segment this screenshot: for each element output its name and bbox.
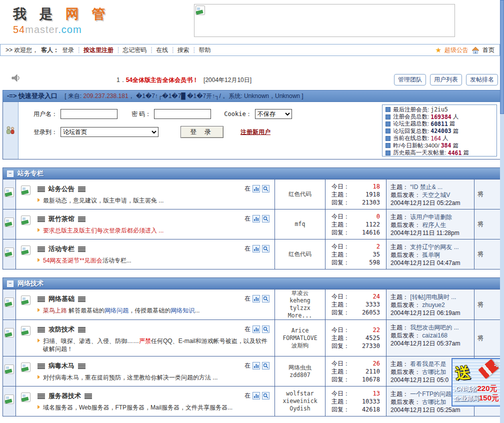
search-icon[interactable] [262,392,270,400]
nav-help-link[interactable]: 帮助 [198,46,210,54]
board-online-link[interactable]: 在 [244,294,250,303]
gift-ribbon-icon: ✻ [494,360,500,369]
moderator-link[interactable]: mfq [295,220,306,228]
nav-search-link[interactable]: 搜索 [178,46,190,54]
lastpost-topic-link[interactable]: [转帖]用电脑时 ... [410,294,456,300]
board-name[interactable]: 斑竹茶馆 [48,214,74,224]
moderator-link[interactable]: 波斯狗 [292,342,309,350]
speaker-icon [11,74,21,84]
chart-icon[interactable] [252,215,260,222]
chart-icon[interactable] [252,185,260,192]
board-online-link[interactable]: 在 [244,392,250,400]
login-button[interactable]: 登 录 [180,126,224,138]
section-header: − 网络技术 [3,278,501,290]
replies-value: 21303 [362,198,380,206]
moderator-link[interactable]: More... [288,312,312,320]
search-icon[interactable] [262,245,270,252]
chart-icon[interactable] [252,392,260,400]
lastpost-topic-link[interactable]: 我想攻击网吧的 ... [410,324,458,331]
moderator-link[interactable]: keheng [290,297,310,304]
floating-ad[interactable]: 送 ✻ .CN域名220元 企业邮局150元 [452,358,504,406]
board-name[interactable]: 网络基础 [48,294,74,304]
admin-team-button[interactable]: 管理团队 [394,74,426,86]
lastpost-author-link[interactable]: 程序人生 [422,222,446,228]
board-online-link[interactable]: 在 [244,325,250,334]
board-online-link[interactable]: 在 [244,362,250,370]
lastpost-author-link[interactable]: zhuyue2 [422,302,444,308]
lastpost-date: 2004年12月12日 04:47am [390,259,471,267]
lastpost-author-link[interactable]: 古哪比加 [422,368,446,376]
moderator-link[interactable]: Arice [292,327,309,334]
nav-forgot-password-link[interactable]: 忘记密码 [123,46,147,54]
chart-icon[interactable] [252,245,260,252]
scrollbar-thumb[interactable] [500,0,504,114]
super-notice-link[interactable]: 超级公告 [444,46,468,54]
moderator-link[interactable]: FORMATLOVE [282,334,317,342]
lastpost-by-label: 最后发表： [390,368,420,376]
board-name[interactable]: 服务器技术 [48,392,81,400]
board-online-link[interactable]: 在 [244,244,250,253]
arrow-right-icon [38,338,40,342]
lastpost-author-link[interactable]: 古哪比加 [422,398,446,406]
section-title[interactable]: 网络技术 [18,279,44,288]
announcement-title-link[interactable]: 54全体版主告全体会员书！ [126,76,198,84]
board-online-link[interactable]: 在 [244,214,250,223]
post-ranking-button[interactable]: 发帖排名 [466,74,498,86]
ad-banner-placeholder[interactable] [194,4,455,37]
nav-login-link[interactable]: 登录 [62,46,74,54]
lastpost-author-link[interactable]: 孤单啊 [422,252,440,258]
bullet-square-icon [386,128,390,134]
board-name[interactable]: 病毒木马 [48,362,74,370]
search-icon[interactable] [262,326,270,333]
nav-register-link[interactable]: 按这里注册 [84,46,114,54]
moderator-link[interactable]: xieweinick [282,398,317,405]
moderator-link[interactable]: wolfstar [286,390,314,398]
lastpost-topic-link[interactable]: 看看我是不是 [410,360,446,368]
moderator-link[interactable]: zdd807 [290,372,310,379]
lastpost-topic-link[interactable]: 一个FTP的问题 [410,390,452,398]
nav-online-link[interactable]: 在线 [156,46,168,54]
stat-row: 论坛主题总数: 60811 篇 [386,120,496,128]
lastpost-topic-line: 主题： 该用户申请删除 [390,213,471,221]
lastpost-topic-link[interactable]: “ID 禁止& ... [410,184,442,190]
chart-icon[interactable] [252,326,260,333]
login-to-select[interactable]: 论坛首页 [60,127,158,137]
register-new-user-link[interactable]: 注册新用户 [240,128,270,136]
username-input[interactable] [60,109,118,119]
stat-today: 今日：24 [332,292,380,300]
lastpost-topic-link[interactable]: 该用户申请删除 [410,214,452,220]
nav-home-link[interactable]: 首页 [482,46,494,54]
collapse-icon[interactable]: − [7,280,14,287]
password-input[interactable] [154,109,211,119]
moderator-link[interactable]: 红色代码 [288,250,312,258]
lastpost-topic-link[interactable]: 支持辽宁的网友 ... [410,244,458,250]
broken-image-icon [4,328,14,338]
board-online-link[interactable]: 在 [244,184,250,193]
lastpost-author-link[interactable]: 天空之城V [422,192,450,198]
board-name[interactable]: 站务公告 [48,184,74,194]
topics-label: 主题： [332,334,350,342]
top-navbar: >> 欢迎您，客人： 登录┆ 按这里注册┆ 忘记密码┆ 在线┆ 搜索┆ 帮助 ★… [0,44,500,56]
search-icon[interactable] [262,295,270,302]
search-icon[interactable] [262,185,270,192]
search-icon[interactable] [262,362,270,370]
board-text: 服务器技术 域名服务器，Web服务器，FTP服务器，Mail服务器，文件共享服务… [38,391,270,413]
lastpost-author-link[interactable]: caizai168 [422,332,448,339]
moderator-link[interactable]: 网络虫虫 [288,364,312,372]
moderator-link[interactable]: 草凌云 [292,290,309,297]
chart-icon[interactable] [252,295,260,302]
site-logo[interactable]: 我 是 网 管 54master.com [13,5,110,36]
vertical-scrollbar[interactable] [500,0,504,423]
search-icon[interactable] [262,215,270,222]
moderator-link[interactable]: tylzzx [290,304,310,312]
user-list-button[interactable]: 用户列表 [430,74,462,86]
moderator-link[interactable]: Oydish [290,405,310,412]
moderator-link[interactable]: 红色代码 [288,190,312,198]
stat-unit: 篇 [453,128,459,135]
board-name[interactable]: 攻防技术 [48,325,74,334]
board-name[interactable]: 活动专栏 [48,244,74,254]
chart-icon[interactable] [252,362,260,370]
section-title[interactable]: 站务专栏 [18,169,44,178]
collapse-icon[interactable]: − [7,170,14,177]
cookie-select[interactable]: 不保存 [255,109,292,119]
